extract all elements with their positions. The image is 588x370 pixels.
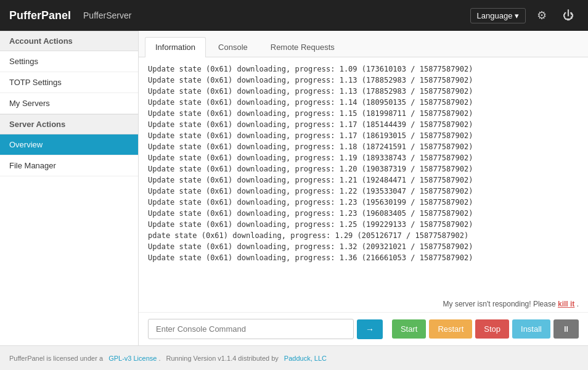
console-line: Update state (0x61) downloading, progres… [148, 119, 579, 130]
brand-logo: PufferPanel [9, 9, 71, 22]
tab-remote-requests[interactable]: Remote Requests [260, 37, 345, 57]
sidebar-item-overview[interactable]: Overview [0, 134, 138, 155]
server-name: PufferServer [83, 10, 470, 20]
console-line: Update state (0x61) downloading, progres… [148, 130, 579, 141]
console-output: Update state (0x61) downloading, progres… [139, 57, 588, 297]
server-section-title: Server Actions [0, 114, 138, 134]
server-action-buttons: Start Restart Stop Install ⏸ [392, 319, 579, 339]
header: PufferPanel PufferServer Language ▾ ⚙ ⏻ [0, 0, 588, 31]
console-input-row: → Start Restart Stop Install ⏸ [139, 312, 588, 345]
sidebar-item-filemanager[interactable]: File Manager [0, 155, 138, 176]
sidebar-item-totp[interactable]: TOTP Settings [0, 72, 138, 93]
tab-bar: Information Console Remote Requests [139, 31, 588, 57]
console-submit-button[interactable]: → [357, 319, 383, 339]
console-line: Update state (0x61) downloading, progres… [148, 108, 579, 119]
tab-console[interactable]: Console [208, 37, 258, 57]
console-line: pdate state (0x61) downloading, progress… [148, 230, 579, 241]
sidebar-item-settings[interactable]: Settings [0, 51, 138, 72]
header-right: Language ▾ ⚙ ⏻ [470, 6, 579, 25]
console-line: Update state (0x61) downloading, progres… [148, 219, 579, 230]
console-line: Update state (0x61) downloading, progres… [148, 197, 579, 208]
start-button[interactable]: Start [392, 319, 426, 339]
install-button[interactable]: Install [512, 319, 550, 339]
sidebar: Account Actions Settings TOTP Settings M… [0, 31, 139, 345]
console-command-input[interactable] [148, 319, 354, 339]
account-section-title: Account Actions [0, 31, 138, 51]
settings-icon[interactable]: ⚙ [532, 6, 552, 25]
console-line: Update state (0x61) downloading, progres… [148, 64, 579, 75]
kill-link[interactable]: kill it [558, 300, 574, 308]
restart-button[interactable]: Restart [429, 319, 472, 339]
power-icon[interactable]: ⏻ [558, 7, 579, 25]
footer-license-link[interactable]: GPL-v3 License [108, 355, 157, 362]
console-line: Update state (0x61) downloading, progres… [148, 163, 579, 175]
pause-button[interactable]: ⏸ [553, 319, 579, 339]
stop-button[interactable]: Stop [475, 319, 509, 339]
console-line: Update state (0x61) downloading, progres… [148, 186, 579, 197]
footer-padduck-link[interactable]: Padduck, LLC [284, 355, 327, 362]
console-line: Update state (0x61) downloading, progres… [148, 86, 579, 97]
language-dropdown[interactable]: Language ▾ [470, 8, 526, 23]
status-end: . [577, 300, 579, 308]
status-row: My server isn't responding! Please kill … [139, 297, 588, 312]
footer-version-text: Running Version v1.1.4 distributed by [166, 355, 279, 362]
footer: PufferPanel is licensed under a GPL-v3 L… [0, 345, 588, 370]
console-line: Update state (0x61) downloading, progres… [148, 175, 579, 186]
footer-license-text: PufferPanel is licensed under a [9, 355, 103, 362]
console-line: Update state (0x61) downloading, progres… [148, 97, 579, 108]
status-message: My server isn't responding! Please [443, 300, 556, 308]
console-line: Update state (0x61) downloading, progres… [148, 241, 579, 252]
console-line: Update state (0x61) downloading, progres… [148, 208, 579, 219]
tab-information[interactable]: Information [145, 37, 206, 57]
console-line: Update state (0x61) downloading, progres… [148, 152, 579, 163]
console-line: Update state (0x61) downloading, progres… [148, 75, 579, 86]
main-layout: Account Actions Settings TOTP Settings M… [0, 31, 588, 345]
console-line: Update state (0x61) downloading, progres… [148, 252, 579, 263]
content-area: Information Console Remote Requests Upda… [139, 31, 588, 345]
sidebar-item-myservers[interactable]: My Servers [0, 93, 138, 114]
console-line: Update state (0x61) downloading, progres… [148, 141, 579, 152]
